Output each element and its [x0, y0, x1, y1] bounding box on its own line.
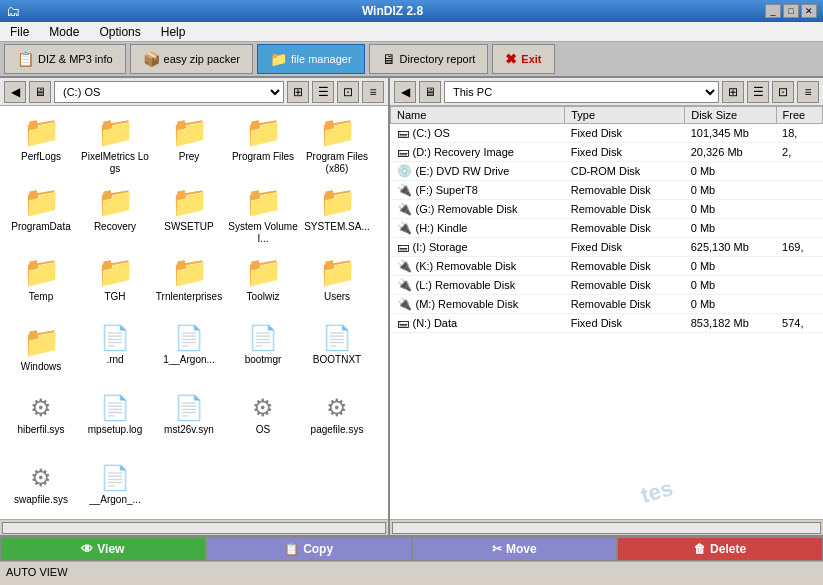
disk-icon: 🔌: [397, 183, 412, 197]
move-button[interactable]: ✂ Move: [412, 537, 618, 561]
tab-diz[interactable]: 📋 DIZ & MP3 info: [4, 44, 126, 74]
folder-icon: 📁: [171, 184, 208, 219]
disk-icon: 🖴: [397, 145, 409, 159]
list-item[interactable]: 📁 Users: [300, 250, 374, 320]
list-item[interactable]: 📄 bootmgr: [226, 320, 300, 390]
menu-options[interactable]: Options: [93, 23, 146, 41]
right-view3[interactable]: ⊡: [772, 81, 794, 103]
right-view1[interactable]: ⊞: [722, 81, 744, 103]
left-view1[interactable]: ⊞: [287, 81, 309, 103]
list-item[interactable]: 📁 TGH: [78, 250, 152, 320]
list-item[interactable]: ⚙ swapfile.sys: [4, 460, 78, 519]
drive-free: 2,: [776, 143, 822, 162]
file-name-label: Temp: [29, 291, 53, 303]
document-icon: 📄: [174, 324, 204, 352]
file-name-label: ProgramData: [11, 221, 70, 233]
list-item[interactable]: 📁 Trnlenterprises: [152, 250, 226, 320]
list-item[interactable]: ⚙ pagefile.sys: [300, 390, 374, 460]
table-row[interactable]: 🔌(H:) Kindle Removable Disk 0 Mb: [391, 219, 823, 238]
list-item[interactable]: 📁 Windows: [4, 320, 78, 390]
drive-name: 🔌(G:) Removable Disk: [391, 200, 565, 219]
table-row[interactable]: 🖴(C:) OS Fixed Disk 101,345 Mb 18,: [391, 124, 823, 143]
disk-icon: 🔌: [397, 202, 412, 216]
right-view4[interactable]: ≡: [797, 81, 819, 103]
list-item[interactable]: 📁 System Volume I...: [226, 180, 300, 250]
list-item[interactable]: 📁 SYSTEM.SA...: [300, 180, 374, 250]
drive-name: 🔌(K:) Removable Disk: [391, 257, 565, 276]
left-home[interactable]: 🖥: [29, 81, 51, 103]
col-disksize[interactable]: Disk Size: [685, 107, 776, 124]
menu-file[interactable]: File: [4, 23, 35, 41]
list-item[interactable]: 📄 mst26v.syn: [152, 390, 226, 460]
list-item[interactable]: ⚙ hiberfil.sys: [4, 390, 78, 460]
table-row[interactable]: 🖴(I:) Storage Fixed Disk 625,130 Mb 169,: [391, 238, 823, 257]
file-name-label: PerfLogs: [21, 151, 61, 163]
table-row[interactable]: 🖴(D:) Recovery Image Fixed Disk 20,326 M…: [391, 143, 823, 162]
table-row[interactable]: 💿(E:) DVD RW Drive CD-ROM Disk 0 Mb: [391, 162, 823, 181]
col-type[interactable]: Type: [565, 107, 685, 124]
zip-icon: 📦: [143, 51, 160, 67]
list-item[interactable]: 📁 Toolwiz: [226, 250, 300, 320]
right-home[interactable]: 🖥: [419, 81, 441, 103]
table-row[interactable]: 🔌(M:) Removable Disk Removable Disk 0 Mb: [391, 295, 823, 314]
folder-icon: 📁: [171, 114, 208, 149]
menu-help[interactable]: Help: [155, 23, 192, 41]
maximize-button[interactable]: □: [783, 4, 799, 18]
close-button[interactable]: ✕: [801, 4, 817, 18]
exit-icon: ✖: [505, 51, 517, 67]
table-row[interactable]: 🔌(G:) Removable Disk Removable Disk 0 Mb: [391, 200, 823, 219]
left-view3[interactable]: ⊡: [337, 81, 359, 103]
list-item[interactable]: 📁 Program Files (x86): [300, 110, 374, 180]
table-row[interactable]: 🔌(L:) Removable Disk Removable Disk 0 Mb: [391, 276, 823, 295]
drive-select[interactable]: (C:) OS: [54, 81, 284, 103]
right-scrollbar: [390, 519, 823, 535]
drive-name: 🖴(C:) OS: [391, 124, 565, 143]
right-hscroll[interactable]: [392, 522, 821, 534]
list-item[interactable]: 📁 Prey: [152, 110, 226, 180]
tab-zip[interactable]: 📦 easy zip packer: [130, 44, 253, 74]
right-nav-back[interactable]: ◀: [394, 81, 416, 103]
file-name-label: Prey: [179, 151, 200, 163]
delete-button[interactable]: 🗑 Delete: [617, 537, 823, 561]
minimize-button[interactable]: _: [765, 4, 781, 18]
list-item[interactable]: 📁 ProgramData: [4, 180, 78, 250]
left-hscroll[interactable]: [2, 522, 386, 534]
disk-icon: 🔌: [397, 221, 412, 235]
list-item[interactable]: 📁 Recovery: [78, 180, 152, 250]
tab-dirreport[interactable]: 🖥 Directory report: [369, 44, 489, 74]
left-view2[interactable]: ☰: [312, 81, 334, 103]
table-row[interactable]: 🖴(N:) Data Fixed Disk 853,182 Mb 574,: [391, 314, 823, 333]
location-select[interactable]: This PC: [444, 81, 719, 103]
list-item[interactable]: 📁 SWSETUP: [152, 180, 226, 250]
list-item[interactable]: 📄 BOOTNXT: [300, 320, 374, 390]
list-item[interactable]: 📄 mpsetup.log: [78, 390, 152, 460]
menu-mode[interactable]: Mode: [43, 23, 85, 41]
list-item[interactable]: 📁 PerfLogs: [4, 110, 78, 180]
left-view4[interactable]: ≡: [362, 81, 384, 103]
right-file-table: Name Type Disk Size Free 🖴(C:) OS Fixed …: [390, 106, 823, 519]
bottom-toolbar: 👁 View 📋 Copy ✂ Move 🗑 Delete: [0, 535, 823, 561]
right-view2[interactable]: ☰: [747, 81, 769, 103]
col-name[interactable]: Name: [391, 107, 565, 124]
col-free[interactable]: Free: [776, 107, 822, 124]
table-row[interactable]: 🔌(F:) SuperT8 Removable Disk 0 Mb: [391, 181, 823, 200]
tab-exit[interactable]: ✖ Exit: [492, 44, 554, 74]
system-icon: ⚙: [30, 394, 52, 422]
list-item[interactable]: 📄 .rnd: [78, 320, 152, 390]
disk-icon: 💿: [397, 164, 412, 178]
list-item[interactable]: 📁 Program Files: [226, 110, 300, 180]
list-item[interactable]: ⚙ OS: [226, 390, 300, 460]
table-row[interactable]: 🔌(K:) Removable Disk Removable Disk 0 Mb: [391, 257, 823, 276]
list-item[interactable]: 📄 __Argon_...: [78, 460, 152, 519]
copy-button[interactable]: 📋 Copy: [206, 537, 412, 561]
list-item[interactable]: 📁 Temp: [4, 250, 78, 320]
view-button[interactable]: 👁 View: [0, 537, 206, 561]
folder-icon: 📁: [97, 114, 134, 149]
list-item[interactable]: 📄 1__Argon...: [152, 320, 226, 390]
left-nav-back[interactable]: ◀: [4, 81, 26, 103]
drives-table: Name Type Disk Size Free 🖴(C:) OS Fixed …: [390, 106, 823, 333]
drive-name: 🔌(M:) Removable Disk: [391, 295, 565, 314]
list-item[interactable]: 📁 PixelMetrics Logs: [78, 110, 152, 180]
tab-filemanager[interactable]: 📁 file manager: [257, 44, 365, 74]
delete-label: Delete: [710, 542, 746, 556]
